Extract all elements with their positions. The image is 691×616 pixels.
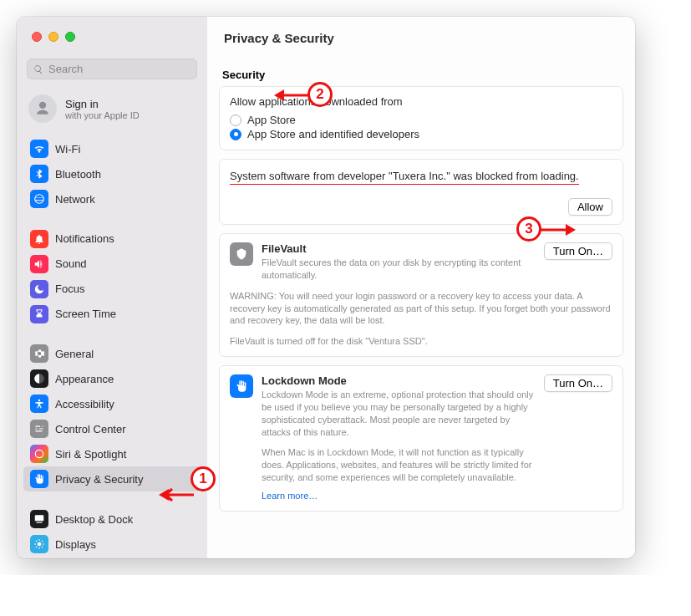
sidebar-item-desktop-dock[interactable]: Desktop & Dock [23, 507, 201, 532]
gear-icon [30, 344, 48, 363]
lockdown-title: Lockdown Mode [262, 374, 536, 387]
lockdown-turn-on-button[interactable]: Turn On… [544, 374, 612, 392]
sidebar-item-appearance[interactable]: Appearance [23, 366, 201, 391]
filevault-icon [230, 242, 253, 266]
sidebar-item-screentime[interactable]: Screen Time [23, 302, 201, 327]
sidebar-label: Displays [55, 538, 96, 551]
svg-rect-2 [35, 515, 44, 521]
lockdown-panel: Lockdown Mode Lockdown Mode is an extrem… [219, 365, 623, 512]
blocked-panel: System software from developer "Tuxera I… [219, 159, 623, 225]
sidebar-label: Screen Time [55, 308, 116, 320]
main-content: Privacy & Security Security Allow applic… [207, 17, 635, 558]
svg-point-1 [35, 451, 43, 458]
appearance-icon [30, 369, 48, 388]
sound-icon [30, 255, 48, 273]
displays-icon [30, 535, 48, 553]
signin-sub: with your Apple ID [65, 110, 140, 120]
sidebar-item-accessibility[interactable]: Accessibility [23, 391, 201, 416]
filevault-desc: FileVault secures the data on your disk … [262, 257, 536, 282]
bell-icon [30, 230, 48, 248]
sidebar-item-siri[interactable]: Siri & Spotlight [23, 441, 201, 466]
lockdown-icon [230, 374, 253, 398]
radio-icon [230, 115, 241, 126]
filevault-title: FileVault [262, 242, 536, 255]
search-icon [33, 64, 43, 74]
sidebar-item-displays[interactable]: Displays [23, 532, 201, 557]
close-button[interactable] [32, 32, 42, 42]
hourglass-icon [30, 305, 48, 323]
annotation-3: 3 [516, 216, 541, 242]
svg-point-4 [38, 542, 42, 547]
filevault-status: FileVault is turned off for the disk "Ve… [230, 335, 612, 348]
sidebar-label: Focus [55, 283, 84, 295]
lockdown-learn-more-link[interactable]: Learn more… [262, 491, 318, 501]
sidebar-label: Wi-Fi [55, 143, 80, 155]
annotation-3-arrow [541, 222, 576, 241]
sidebar-label: Privacy & Security [55, 473, 143, 486]
annotation-1: 1 [191, 466, 216, 491]
security-section-title: Security [219, 53, 623, 86]
minimize-button[interactable] [48, 32, 58, 42]
signin-label: Sign in [65, 98, 140, 110]
moon-icon [30, 280, 48, 298]
sidebar-label: Desktop & Dock [55, 513, 133, 526]
svg-rect-3 [37, 522, 43, 523]
radio-icon [230, 129, 241, 140]
search-input[interactable]: Search [27, 59, 197, 79]
account-row[interactable]: Sign in with your Apple ID [17, 88, 207, 135]
system-settings-window: Search Sign in with your Apple ID Wi-Fi … [17, 17, 635, 558]
sidebar-item-general[interactable]: General [23, 341, 201, 366]
filevault-turn-on-button[interactable]: Turn On… [544, 242, 612, 260]
svg-point-0 [38, 400, 40, 401]
filevault-panel: FileVault FileVault secures the data on … [219, 233, 623, 357]
annotation-1-arrow [159, 487, 194, 506]
sidebar-label: General [55, 348, 94, 360]
sidebar-label: Notifications [55, 232, 114, 245]
sidebar-label: Accessibility [55, 398, 114, 410]
sidebar-item-network[interactable]: Network [23, 186, 201, 211]
sidebar-label: Sound [55, 257, 87, 270]
allow-button[interactable]: Allow [568, 198, 612, 216]
sliders-icon [30, 420, 48, 438]
hand-icon [30, 470, 48, 488]
siri-icon [30, 445, 48, 463]
dock-icon [30, 510, 48, 528]
sidebar-item-control-center[interactable]: Control Center [23, 416, 201, 441]
lockdown-desc2: When Mac is in Lockdown Mode, it will no… [262, 446, 536, 484]
lockdown-desc: Lockdown Mode is an extreme, optional pr… [262, 389, 536, 438]
fullscreen-button[interactable] [65, 32, 75, 42]
annotation-2-arrow [274, 88, 309, 106]
page-title: Privacy & Security [207, 17, 635, 52]
sidebar-item-focus[interactable]: Focus [23, 277, 201, 302]
sidebar-label: Network [55, 193, 95, 206]
sidebar-item-bluetooth[interactable]: Bluetooth [23, 161, 201, 186]
radio-app-store[interactable]: App Store [230, 113, 612, 127]
sidebar-label: Siri & Spotlight [55, 448, 126, 461]
annotation-2: 2 [307, 82, 333, 107]
blocked-message: System software from developer "Tuxera I… [230, 170, 579, 185]
bluetooth-icon [30, 165, 48, 183]
radio-identified-devs[interactable]: App Store and identified developers [230, 127, 612, 141]
sidebar-label: Appearance [55, 373, 114, 385]
wifi-icon [30, 140, 48, 158]
sidebar: Search Sign in with your Apple ID Wi-Fi … [17, 17, 207, 558]
sidebar-item-sound[interactable]: Sound [23, 252, 201, 277]
window-controls [32, 32, 75, 42]
sidebar-label: Bluetooth [55, 168, 101, 181]
filevault-warning: WARNING: You will need your login passwo… [230, 290, 612, 328]
avatar [28, 94, 57, 123]
search-placeholder: Search [48, 63, 83, 75]
network-icon [30, 190, 48, 208]
sidebar-item-wifi[interactable]: Wi-Fi [23, 136, 201, 161]
sidebar-item-notifications[interactable]: Notifications [23, 227, 201, 252]
accessibility-icon [30, 395, 48, 413]
sidebar-label: Control Center [55, 423, 126, 435]
